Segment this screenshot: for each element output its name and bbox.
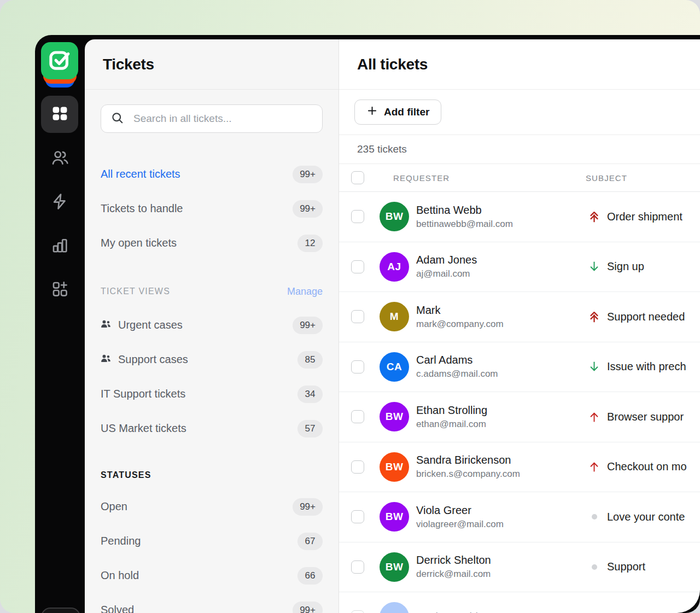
row-checkbox[interactable] [351,360,364,373]
count-badge: 99+ [293,200,323,218]
requester-email: bricken.s@company.com [416,469,520,480]
sidebar-item-my-open-tickets[interactable]: My open tickets12 [85,226,339,260]
requester-email: ethan@mail.com [416,419,487,430]
status-item-open[interactable]: Open99+ [85,489,339,524]
search-box[interactable] [101,104,323,133]
item-label-group: All recent tickets [101,168,180,180]
count-badge: 57 [298,420,323,437]
automations-nav-button[interactable] [35,192,85,213]
view-item-urgent-cases[interactable]: Urgent cases99+ [85,308,339,342]
requester-name: Sandra Birickenson [416,454,520,466]
desktop-background: Tickets All recent tickets99+Tickets to … [0,0,700,613]
filter-bar: Add filter [339,90,700,135]
count-badge: 99+ [293,317,323,334]
subject-text: Order shipment [607,211,682,223]
table-row[interactable]: BWDerrick Sheltonderrick@mail.comSupport [339,542,700,593]
table-row[interactable]: AJAdam Jonesaj@mail.comSign up [339,242,700,293]
item-label-group: Urgent cases [101,319,183,331]
table-row[interactable]: BWSandra Birickensonbricken.s@company.co… [339,442,700,493]
select-all-checkbox[interactable] [351,171,364,184]
apps-nav-button[interactable] [35,280,85,300]
subject-text: Love your conte [607,511,685,523]
requester-name: Carl Adams [416,354,498,366]
row-checkbox[interactable] [351,610,364,613]
row-checkbox[interactable] [351,260,364,273]
subject-text: Browser suppor [607,411,684,423]
status-item-on-hold[interactable]: On hold66 [85,558,339,593]
manage-views-link[interactable]: Manage [287,286,323,297]
search-area [85,90,339,133]
requester-info: Markmark@company.com [416,304,504,330]
subject-text: Support [607,561,645,573]
ticket-views-header: TICKET VIEWS Manage [85,281,339,302]
subject-cell: Issue with prech [588,360,686,373]
requester-name: Bettina Webb [416,611,482,613]
app-logo[interactable] [41,42,78,79]
analytics-nav-button[interactable] [35,236,85,256]
item-label: Pending [101,535,141,547]
requester-email: violagreer@mail.com [416,519,504,530]
table-row[interactable]: BWEthan Strollingethan@mail.comBrowser s… [339,392,700,442]
rail-bottom-button-partial[interactable] [41,608,80,613]
item-label-group: Support cases [101,353,188,366]
requester-info: Sandra Birickensonbricken.s@company.com [416,454,520,480]
item-label-group: IT Support tickets [101,388,185,400]
row-check-cell [339,510,380,523]
sidebar-title: Tickets [103,56,154,73]
table-header: REQUESTER SUBJECT [339,164,700,192]
row-checkbox[interactable] [351,310,364,323]
avatar: BW [380,452,409,482]
requester-name: Adam Jones [416,254,477,266]
avatar: BW [380,202,409,231]
requester-info: Bettina Webb [416,611,482,613]
column-subject: SUBJECT [586,173,627,183]
requester-name: Mark [416,304,504,317]
row-check-cell [339,360,380,373]
view-item-us-market-tickets[interactable]: US Market tickets57 [85,411,339,446]
tickets-rail-button[interactable] [41,96,78,133]
avatar: BW [380,502,409,532]
requester-email: aj@mail.com [416,268,477,279]
sidebar-item-all-recent-tickets[interactable]: All recent tickets99+ [85,157,339,191]
arrow-down-icon [588,360,600,373]
avatar: CA [380,352,409,382]
row-checkbox[interactable] [351,460,364,474]
status-dot-icon [588,514,600,519]
requester-info: Viola Greerviolagreer@mail.com [416,504,504,530]
requester-email: mark@company.com [416,319,504,330]
sidebar-item-tickets-to-handle[interactable]: Tickets to handle99+ [85,191,339,226]
requester-info: Carl Adamsc.adams@mail.com [416,354,498,380]
table-row[interactable]: BWViola Greerviolagreer@mail.comLove you… [339,492,700,542]
view-item-support-cases[interactable]: Support cases85 [85,342,339,377]
table-row[interactable]: Bettina Webb [339,592,700,613]
sidebar-nav: All recent tickets99+Tickets to handle99… [85,157,339,260]
users-icon [51,149,69,170]
view-item-it-support-tickets[interactable]: IT Support tickets34 [85,377,339,411]
item-label: Open [101,500,127,513]
subject-text: Issue with prech [607,360,686,373]
requester-info: Ethan Strollingethan@mail.com [416,404,487,430]
subject-cell: Browser suppor [588,411,684,423]
row-checkbox[interactable] [351,210,364,223]
requester-name: Viola Greer [416,504,504,517]
add-filter-button[interactable]: Add filter [354,100,441,125]
search-input[interactable] [132,112,313,125]
icon-rail [35,35,85,613]
table-row[interactable]: MMarkmark@company.comSupport needed [339,292,700,342]
row-checkbox[interactable] [351,410,364,423]
status-item-solved[interactable]: Solved99+ [85,593,339,613]
count-badge: 99+ [293,602,323,613]
people-icon [101,354,111,365]
customers-nav-button[interactable] [35,149,85,170]
ticket-count: 235 tickets [357,143,407,155]
status-dot-icon [588,564,600,570]
item-label: Solved [101,604,134,613]
table-row[interactable]: BWBettina Webbbettinawebb@mail.comOrder … [339,192,700,242]
row-checkbox[interactable] [351,510,364,523]
lightning-icon [51,192,69,213]
plus-icon [366,105,378,119]
app-window: Tickets All recent tickets99+Tickets to … [35,35,700,613]
table-row[interactable]: CACarl Adamsc.adams@mail.comIssue with p… [339,342,700,393]
status-item-pending[interactable]: Pending67 [85,524,339,558]
row-checkbox[interactable] [351,561,364,574]
